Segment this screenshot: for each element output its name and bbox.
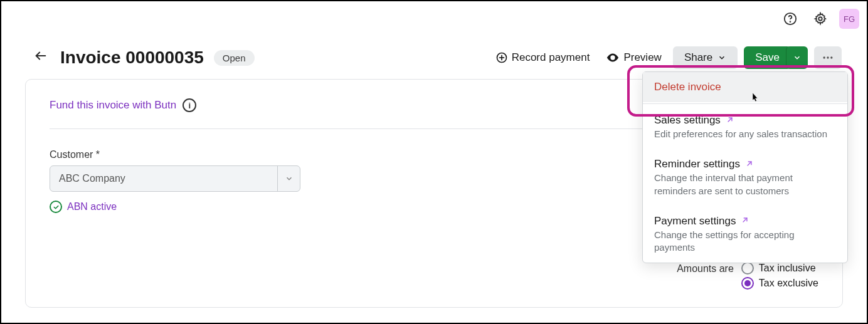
customer-select[interactable]: ABC Company xyxy=(50,165,300,192)
avatar[interactable]: FG xyxy=(839,9,859,29)
chevron-down-icon xyxy=(277,166,300,191)
save-button[interactable]: Save xyxy=(744,46,791,69)
menu-item-label: Sales settings xyxy=(654,114,836,127)
svg-line-12 xyxy=(748,162,751,165)
preview-button[interactable]: Preview xyxy=(601,47,666,68)
menu-item-desc: Change the settings for accepting paymen… xyxy=(654,229,836,254)
page-title: Invoice 00000035 xyxy=(60,48,204,68)
radio-label: Tax inclusive xyxy=(759,263,816,274)
record-payment-button[interactable]: Record payment xyxy=(490,48,595,68)
menu-item-delete-invoice[interactable]: Delete invoice xyxy=(643,72,847,102)
info-icon[interactable]: i xyxy=(183,98,196,112)
svg-point-8 xyxy=(823,56,825,58)
external-link-icon xyxy=(745,159,754,170)
svg-point-10 xyxy=(830,56,832,58)
menu-item-payment-settings[interactable]: Payment settings Change the settings for… xyxy=(643,206,847,263)
divider xyxy=(643,103,847,104)
menu-item-label: Payment settings xyxy=(654,215,836,227)
chevron-down-icon xyxy=(717,53,726,62)
check-circle-icon xyxy=(50,201,62,213)
svg-point-2 xyxy=(818,17,822,21)
radio-label: Tax exclusive xyxy=(759,278,818,289)
svg-line-13 xyxy=(743,218,747,222)
status-badge: Open xyxy=(214,50,255,66)
svg-point-7 xyxy=(612,56,615,59)
amounts-are-label: Amounts are xyxy=(677,262,734,274)
record-payment-label: Record payment xyxy=(512,51,590,64)
abn-status-label: ABN active xyxy=(67,201,117,212)
menu-item-sales-settings[interactable]: Sales settings Edit preferences for any … xyxy=(643,105,847,149)
chevron-down-icon xyxy=(793,53,802,62)
back-arrow-icon[interactable] xyxy=(31,46,50,69)
customer-value: ABC Company xyxy=(50,173,277,184)
gear-icon[interactable] xyxy=(809,8,832,30)
dots-icon xyxy=(822,51,834,64)
svg-point-9 xyxy=(827,56,828,58)
svg-line-11 xyxy=(728,118,732,122)
more-actions-menu: Delete invoice Sales settings Edit prefe… xyxy=(642,71,848,263)
external-link-icon xyxy=(726,115,734,126)
radio-icon xyxy=(741,277,754,290)
radio-tax-exclusive[interactable]: Tax exclusive xyxy=(741,277,818,290)
more-actions-button[interactable] xyxy=(814,46,842,69)
help-icon[interactable] xyxy=(779,8,802,30)
fund-invoice-label: Fund this invoice with Butn xyxy=(50,99,176,112)
share-button[interactable]: Share xyxy=(673,46,738,69)
customer-label: Customer * xyxy=(50,149,300,160)
save-dropdown-button[interactable] xyxy=(786,46,808,69)
menu-item-desc: Change the interval that payment reminde… xyxy=(654,172,836,197)
share-label: Share xyxy=(684,51,712,64)
external-link-icon xyxy=(741,216,749,226)
fund-invoice-link[interactable]: Fund this invoice with Butn i xyxy=(50,98,196,112)
svg-point-1 xyxy=(790,21,791,22)
menu-item-reminder-settings[interactable]: Reminder settings Change the interval th… xyxy=(643,149,847,206)
radio-icon xyxy=(741,262,754,274)
menu-item-desc: Edit preferences for any sales transacti… xyxy=(654,128,836,140)
menu-item-label: Reminder settings xyxy=(654,158,836,170)
abn-status-link[interactable]: ABN active xyxy=(50,201,300,213)
preview-label: Preview xyxy=(623,51,661,64)
radio-tax-inclusive[interactable]: Tax inclusive xyxy=(741,262,816,274)
menu-item-label: Delete invoice xyxy=(654,81,836,93)
